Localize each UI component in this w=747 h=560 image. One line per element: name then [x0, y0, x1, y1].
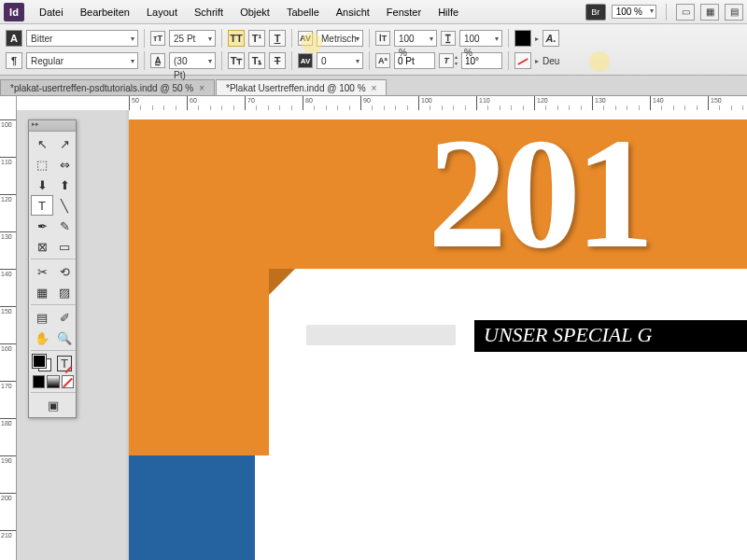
page-tool-icon[interactable]: ⬚	[31, 154, 53, 175]
fill-stroke-swatch[interactable]	[31, 353, 53, 373]
zoom-level-combo[interactable]: 100 %	[612, 5, 656, 19]
skew-icon: T	[439, 53, 454, 68]
special-text-frame[interactable]: UNSER SPECIAL G	[474, 320, 747, 352]
apply-color-icon[interactable]	[33, 375, 45, 388]
rectangle-tool-icon[interactable]: ▭	[53, 236, 76, 257]
tracking-icon: AV	[298, 53, 313, 68]
gray-strip-shape[interactable]	[306, 325, 456, 345]
eyedropper-tool-icon[interactable]: ✐	[53, 307, 76, 328]
tracking-combo[interactable]: 0	[317, 52, 363, 69]
kerning-combo[interactable]: Metrisch	[317, 30, 363, 47]
charstyle-icon[interactable]: A.	[543, 30, 559, 47]
subscript-icon[interactable]: T₁	[248, 52, 265, 69]
kerning-icon: A͏V	[298, 31, 313, 46]
screen-mode-icon[interactable]: ▭	[676, 4, 695, 21]
character-mode-icon[interactable]: A	[6, 30, 22, 47]
scissors-tool-icon[interactable]: ✂	[31, 261, 53, 282]
bridge-icon[interactable]: Br	[585, 4, 606, 21]
hscale-combo[interactable]: 100 %	[459, 30, 502, 47]
workspace-icon[interactable]: ▤	[725, 4, 743, 21]
gradient-swatch-icon[interactable]: ▦	[31, 282, 53, 302]
tools-panel[interactable]: ↖ ↗ ⬚ ⇔ ⬇ ⬆ T ╲ ✒ ✎ ⊠ ▭ ✂ ⟲ ▦ ▨ ▤ ✐ ✋ 🔍	[28, 119, 77, 418]
menu-bar: Id Datei Bearbeiten Layout Schrift Objek…	[0, 0, 747, 24]
close-icon[interactable]: ×	[199, 83, 204, 93]
smallcaps-icon[interactable]: Tᴛ	[228, 52, 245, 69]
arrange-docs-icon[interactable]: ▦	[700, 4, 719, 21]
gradient-feather-icon[interactable]: ▨	[53, 282, 76, 302]
view-mode-icon[interactable]: ▣	[31, 395, 76, 415]
close-icon[interactable]: ×	[372, 83, 377, 93]
zoom-tool-icon[interactable]: 🔍	[53, 328, 76, 348]
workspace: 100110120130140150160170180190200210 201…	[0, 110, 747, 560]
apply-none-icon[interactable]	[62, 375, 74, 388]
tab-label: *Plakat Usertreffen.indd @ 100 %	[226, 83, 366, 93]
menu-tabelle[interactable]: Tabelle	[279, 4, 327, 21]
pencil-tool-icon[interactable]: ✎	[53, 216, 76, 236]
control-panel: A Bitter тT 25 Pt TT T¹ T A͏V Metrisch Ⅰ…	[0, 24, 747, 76]
menu-datei[interactable]: Datei	[32, 4, 71, 21]
app-logo-icon: Id	[4, 3, 24, 21]
leading-icon: A̲	[150, 53, 165, 68]
font-style-combo[interactable]: Regular	[26, 52, 138, 69]
menu-bearbeiten[interactable]: Bearbeiten	[73, 4, 137, 21]
rectangle-frame-icon[interactable]: ⊠	[31, 236, 53, 257]
font-size-icon: тT	[150, 31, 165, 46]
content-placer-icon[interactable]: ⬆	[53, 175, 76, 195]
line-tool-icon[interactable]: ╲	[53, 195, 76, 216]
stroke-swatch-icon[interactable]	[514, 52, 531, 69]
fill-swatch-icon[interactable]	[514, 30, 531, 47]
menubar-separator	[666, 4, 667, 21]
content-collector-icon[interactable]: ⬇	[31, 175, 53, 195]
doc-tab-2[interactable]: *Plakat Usertreffen.indd @ 100 % ×	[216, 79, 387, 95]
fill-color-icon[interactable]	[33, 355, 46, 368]
panel-grip-icon[interactable]	[29, 120, 76, 132]
menu-layout[interactable]: Layout	[139, 4, 185, 21]
free-transform-icon[interactable]: ⟲	[53, 261, 76, 282]
paragraph-mode-icon[interactable]: ¶	[6, 52, 22, 69]
language-label-partial: Deu	[543, 56, 559, 66]
menu-fenster[interactable]: Fenster	[379, 4, 429, 21]
superscript-icon[interactable]: T¹	[248, 30, 265, 47]
document-tabs: *plakat-usertreffen-psdtutorials.indd @ …	[0, 76, 747, 96]
leading-combo[interactable]: (30 Pt)	[169, 52, 216, 69]
underline-icon[interactable]: T	[269, 30, 286, 47]
skew-spinner[interactable]: ▴▾	[455, 54, 458, 67]
pasteboard: 201 UNSER SPECIAL G	[17, 110, 747, 560]
selection-tool-icon[interactable]: ↖	[31, 133, 53, 154]
menu-hilfe[interactable]: Hilfe	[430, 4, 466, 21]
vscale-icon: ⅠT	[375, 31, 390, 46]
canvas[interactable]: 201 UNSER SPECIAL G	[17, 110, 747, 560]
hscale-icon: T̲	[441, 31, 456, 46]
pen-tool-icon[interactable]: ✒	[31, 216, 53, 236]
strikethrough-icon[interactable]: T	[269, 52, 286, 69]
menu-ansicht[interactable]: Ansicht	[329, 4, 377, 21]
direct-selection-tool-icon[interactable]: ↗	[53, 133, 76, 154]
orange-flap-shape[interactable]	[129, 269, 269, 455]
font-size-combo[interactable]: 25 Pt	[169, 30, 216, 47]
menu-schrift[interactable]: Schrift	[187, 4, 231, 21]
menu-objekt[interactable]: Objekt	[233, 4, 277, 21]
note-tool-icon[interactable]: ▤	[31, 307, 53, 328]
apply-gradient-icon[interactable]	[47, 375, 59, 388]
font-family-combo[interactable]: Bitter	[26, 30, 138, 47]
hand-tool-icon[interactable]: ✋	[31, 328, 53, 348]
tab-label: *plakat-usertreffen-psdtutorials.indd @ …	[10, 83, 193, 93]
allcaps-icon[interactable]: TT	[228, 30, 245, 47]
format-container-icon[interactable]: T	[53, 353, 76, 373]
vscale-combo[interactable]: 100 %	[394, 30, 437, 47]
baseline-icon: Aª	[375, 53, 390, 68]
vertical-ruler[interactable]: 100110120130140150160170180190200210	[0, 110, 17, 560]
gap-tool-icon[interactable]: ⇔	[53, 154, 76, 175]
type-tool-icon[interactable]: T	[31, 195, 53, 216]
year-text[interactable]: 201	[428, 110, 649, 285]
